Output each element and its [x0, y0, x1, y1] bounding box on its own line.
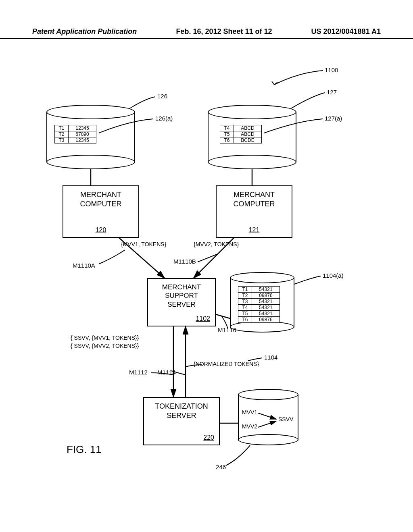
merchant-b-label: MERCHANT COMPUTER — [217, 190, 292, 208]
ref-1100: 1100 — [325, 66, 338, 73]
ref-1104a: 1104(a) — [323, 272, 344, 279]
merchant-a-ref: 120 — [63, 227, 138, 234]
ref-126a: 126(a) — [155, 115, 173, 122]
merchant-computer-a: MERCHANT COMPUTER 120 — [63, 185, 139, 238]
table-126a: T112345 T267890 T312345 — [54, 125, 96, 143]
ssvv-label: SSVV — [278, 416, 293, 422]
ref-127: 127 — [327, 89, 337, 96]
ref-1104: 1104 — [264, 354, 277, 361]
support-ref: 1102 — [196, 315, 210, 322]
header-center: Feb. 16, 2012 Sheet 11 of 12 — [176, 27, 272, 36]
ref-m1114: M1114 — [157, 369, 176, 376]
figure-11: T112345 T267890 T312345 T4ABCD T5ABCD T6… — [24, 52, 387, 496]
table-127a: T4ABCD T5ABCD T6BCDE — [220, 125, 262, 143]
merchant-a-label: MERCHANT COMPUTER — [63, 190, 138, 208]
mvv1-label: MVV1 — [242, 409, 257, 416]
msg-mvv2: {MVV2, TOKENS} — [194, 241, 239, 247]
ref-m1110a: M1110A — [73, 262, 95, 269]
msg-normtok: {NORMALIZED TOKENS} — [194, 361, 259, 367]
header-right: US 2012/0041881 A1 — [311, 27, 381, 36]
figure-caption: FIG. 11 — [67, 443, 102, 456]
token-label: TOKENIZATION SERVER — [144, 402, 219, 420]
tokenization-server: TOKENIZATION SERVER 220 — [143, 397, 220, 445]
ref-m1112: M1112 — [129, 369, 148, 376]
ref-126: 126 — [157, 93, 167, 100]
merchant-computer-b: MERCHANT COMPUTER 121 — [216, 185, 292, 238]
svg-line-4 — [216, 314, 230, 318]
mvv2-label: MVV2 — [242, 423, 257, 430]
table-1104a: T154321 T209876 T354321 T454321 T554321 … — [238, 286, 280, 323]
ref-127a: 127(a) — [325, 115, 342, 122]
msg-ssvv2: { SSVV, {MVV2, TOKENS}} — [71, 343, 139, 349]
merchant-support-server: MERCHANT SUPPORT SERVER 1102 — [147, 278, 216, 326]
header-left: Patent Application Publication — [32, 27, 137, 36]
ref-m1116: M1116 — [218, 326, 236, 333]
merchant-b-ref: 121 — [217, 227, 292, 234]
page-header: Patent Application Publication Feb. 16, … — [0, 27, 413, 39]
token-ref: 220 — [203, 434, 214, 441]
ref-246: 246 — [216, 463, 226, 470]
ref-m1110b: M1110B — [173, 258, 196, 265]
msg-mvv1: {MVV1, TOKENS} — [121, 241, 166, 247]
support-label: MERCHANT SUPPORT SERVER — [148, 283, 215, 309]
msg-ssvv1: { SSVV, {MVV1, TOKENS}} — [71, 335, 139, 341]
